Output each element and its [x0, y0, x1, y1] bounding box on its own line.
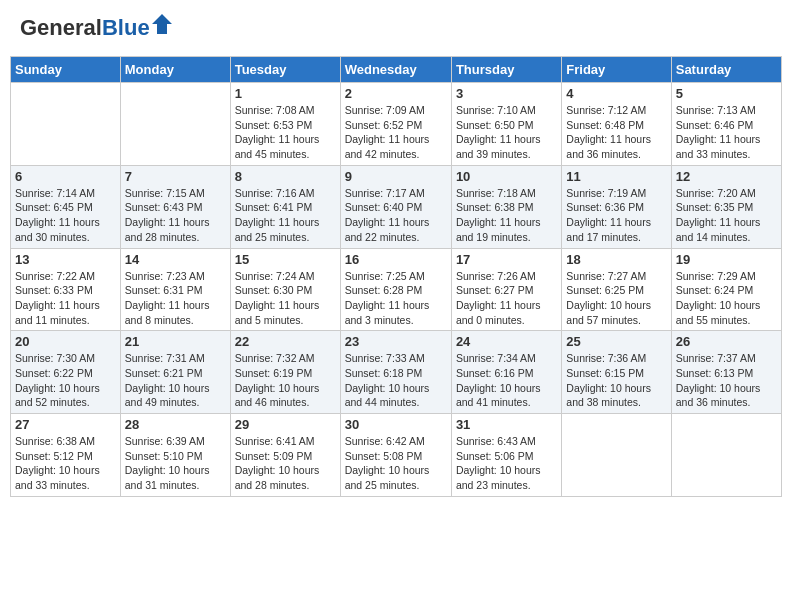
calendar-cell: 9Sunrise: 7:17 AM Sunset: 6:40 PM Daylig… — [340, 165, 451, 248]
day-number: 24 — [456, 334, 557, 349]
day-number: 2 — [345, 86, 447, 101]
day-number: 27 — [15, 417, 116, 432]
weekday-header: Sunday — [11, 57, 121, 83]
weekday-header: Monday — [120, 57, 230, 83]
day-info: Sunrise: 7:24 AM Sunset: 6:30 PM Dayligh… — [235, 269, 336, 328]
day-info: Sunrise: 7:17 AM Sunset: 6:40 PM Dayligh… — [345, 186, 447, 245]
day-info: Sunrise: 7:18 AM Sunset: 6:38 PM Dayligh… — [456, 186, 557, 245]
day-info: Sunrise: 6:41 AM Sunset: 5:09 PM Dayligh… — [235, 434, 336, 493]
day-info: Sunrise: 7:10 AM Sunset: 6:50 PM Dayligh… — [456, 103, 557, 162]
day-info: Sunrise: 7:12 AM Sunset: 6:48 PM Dayligh… — [566, 103, 666, 162]
day-info: Sunrise: 6:39 AM Sunset: 5:10 PM Dayligh… — [125, 434, 226, 493]
day-number: 14 — [125, 252, 226, 267]
calendar-cell: 16Sunrise: 7:25 AM Sunset: 6:28 PM Dayli… — [340, 248, 451, 331]
logo-general: General — [20, 15, 102, 41]
calendar-cell: 30Sunrise: 6:42 AM Sunset: 5:08 PM Dayli… — [340, 414, 451, 497]
day-info: Sunrise: 7:22 AM Sunset: 6:33 PM Dayligh… — [15, 269, 116, 328]
day-info: Sunrise: 7:15 AM Sunset: 6:43 PM Dayligh… — [125, 186, 226, 245]
day-number: 3 — [456, 86, 557, 101]
day-number: 18 — [566, 252, 666, 267]
day-info: Sunrise: 7:27 AM Sunset: 6:25 PM Dayligh… — [566, 269, 666, 328]
calendar-cell: 5Sunrise: 7:13 AM Sunset: 6:46 PM Daylig… — [671, 83, 781, 166]
day-info: Sunrise: 7:16 AM Sunset: 6:41 PM Dayligh… — [235, 186, 336, 245]
day-info: Sunrise: 6:43 AM Sunset: 5:06 PM Dayligh… — [456, 434, 557, 493]
day-info: Sunrise: 7:20 AM Sunset: 6:35 PM Dayligh… — [676, 186, 777, 245]
calendar-week-row: 13Sunrise: 7:22 AM Sunset: 6:33 PM Dayli… — [11, 248, 782, 331]
calendar-cell: 22Sunrise: 7:32 AM Sunset: 6:19 PM Dayli… — [230, 331, 340, 414]
day-number: 23 — [345, 334, 447, 349]
calendar-week-row: 27Sunrise: 6:38 AM Sunset: 5:12 PM Dayli… — [11, 414, 782, 497]
day-info: Sunrise: 7:29 AM Sunset: 6:24 PM Dayligh… — [676, 269, 777, 328]
calendar-cell: 21Sunrise: 7:31 AM Sunset: 6:21 PM Dayli… — [120, 331, 230, 414]
day-number: 13 — [15, 252, 116, 267]
day-number: 1 — [235, 86, 336, 101]
day-number: 11 — [566, 169, 666, 184]
calendar-cell: 29Sunrise: 6:41 AM Sunset: 5:09 PM Dayli… — [230, 414, 340, 497]
day-info: Sunrise: 6:42 AM Sunset: 5:08 PM Dayligh… — [345, 434, 447, 493]
page-header: General Blue — [10, 10, 782, 46]
day-number: 29 — [235, 417, 336, 432]
calendar-week-row: 6Sunrise: 7:14 AM Sunset: 6:45 PM Daylig… — [11, 165, 782, 248]
day-number: 28 — [125, 417, 226, 432]
day-info: Sunrise: 7:30 AM Sunset: 6:22 PM Dayligh… — [15, 351, 116, 410]
calendar-cell: 18Sunrise: 7:27 AM Sunset: 6:25 PM Dayli… — [562, 248, 671, 331]
calendar-cell — [120, 83, 230, 166]
day-info: Sunrise: 7:32 AM Sunset: 6:19 PM Dayligh… — [235, 351, 336, 410]
day-info: Sunrise: 6:38 AM Sunset: 5:12 PM Dayligh… — [15, 434, 116, 493]
calendar-week-row: 20Sunrise: 7:30 AM Sunset: 6:22 PM Dayli… — [11, 331, 782, 414]
day-number: 5 — [676, 86, 777, 101]
day-number: 30 — [345, 417, 447, 432]
calendar-cell: 6Sunrise: 7:14 AM Sunset: 6:45 PM Daylig… — [11, 165, 121, 248]
calendar-cell: 10Sunrise: 7:18 AM Sunset: 6:38 PM Dayli… — [451, 165, 561, 248]
day-info: Sunrise: 7:36 AM Sunset: 6:15 PM Dayligh… — [566, 351, 666, 410]
day-number: 8 — [235, 169, 336, 184]
day-info: Sunrise: 7:13 AM Sunset: 6:46 PM Dayligh… — [676, 103, 777, 162]
calendar-cell: 24Sunrise: 7:34 AM Sunset: 6:16 PM Dayli… — [451, 331, 561, 414]
day-info: Sunrise: 7:31 AM Sunset: 6:21 PM Dayligh… — [125, 351, 226, 410]
calendar-week-row: 1Sunrise: 7:08 AM Sunset: 6:53 PM Daylig… — [11, 83, 782, 166]
weekday-header: Tuesday — [230, 57, 340, 83]
day-number: 9 — [345, 169, 447, 184]
day-info: Sunrise: 7:37 AM Sunset: 6:13 PM Dayligh… — [676, 351, 777, 410]
calendar-cell: 4Sunrise: 7:12 AM Sunset: 6:48 PM Daylig… — [562, 83, 671, 166]
calendar-cell: 3Sunrise: 7:10 AM Sunset: 6:50 PM Daylig… — [451, 83, 561, 166]
day-info: Sunrise: 7:25 AM Sunset: 6:28 PM Dayligh… — [345, 269, 447, 328]
calendar-cell: 12Sunrise: 7:20 AM Sunset: 6:35 PM Dayli… — [671, 165, 781, 248]
day-info: Sunrise: 7:09 AM Sunset: 6:52 PM Dayligh… — [345, 103, 447, 162]
calendar-cell — [11, 83, 121, 166]
calendar-cell: 15Sunrise: 7:24 AM Sunset: 6:30 PM Dayli… — [230, 248, 340, 331]
calendar-cell: 11Sunrise: 7:19 AM Sunset: 6:36 PM Dayli… — [562, 165, 671, 248]
day-number: 22 — [235, 334, 336, 349]
calendar-cell: 14Sunrise: 7:23 AM Sunset: 6:31 PM Dayli… — [120, 248, 230, 331]
calendar-cell: 13Sunrise: 7:22 AM Sunset: 6:33 PM Dayli… — [11, 248, 121, 331]
calendar-cell: 20Sunrise: 7:30 AM Sunset: 6:22 PM Dayli… — [11, 331, 121, 414]
day-info: Sunrise: 7:08 AM Sunset: 6:53 PM Dayligh… — [235, 103, 336, 162]
day-info: Sunrise: 7:19 AM Sunset: 6:36 PM Dayligh… — [566, 186, 666, 245]
calendar-cell — [671, 414, 781, 497]
day-number: 10 — [456, 169, 557, 184]
day-number: 20 — [15, 334, 116, 349]
day-number: 21 — [125, 334, 226, 349]
day-number: 12 — [676, 169, 777, 184]
day-number: 15 — [235, 252, 336, 267]
day-info: Sunrise: 7:26 AM Sunset: 6:27 PM Dayligh… — [456, 269, 557, 328]
day-number: 26 — [676, 334, 777, 349]
calendar-cell: 28Sunrise: 6:39 AM Sunset: 5:10 PM Dayli… — [120, 414, 230, 497]
svg-marker-0 — [152, 14, 172, 34]
logo-icon — [152, 14, 172, 34]
day-number: 7 — [125, 169, 226, 184]
weekday-header: Wednesday — [340, 57, 451, 83]
calendar-cell — [562, 414, 671, 497]
logo: General Blue — [20, 15, 172, 41]
calendar-cell: 25Sunrise: 7:36 AM Sunset: 6:15 PM Dayli… — [562, 331, 671, 414]
calendar-header-row: SundayMondayTuesdayWednesdayThursdayFrid… — [11, 57, 782, 83]
calendar-cell: 26Sunrise: 7:37 AM Sunset: 6:13 PM Dayli… — [671, 331, 781, 414]
calendar-cell: 2Sunrise: 7:09 AM Sunset: 6:52 PM Daylig… — [340, 83, 451, 166]
day-info: Sunrise: 7:23 AM Sunset: 6:31 PM Dayligh… — [125, 269, 226, 328]
logo-blue: Blue — [102, 15, 150, 41]
weekday-header: Saturday — [671, 57, 781, 83]
day-info: Sunrise: 7:33 AM Sunset: 6:18 PM Dayligh… — [345, 351, 447, 410]
calendar-cell: 17Sunrise: 7:26 AM Sunset: 6:27 PM Dayli… — [451, 248, 561, 331]
calendar-cell: 19Sunrise: 7:29 AM Sunset: 6:24 PM Dayli… — [671, 248, 781, 331]
day-number: 25 — [566, 334, 666, 349]
